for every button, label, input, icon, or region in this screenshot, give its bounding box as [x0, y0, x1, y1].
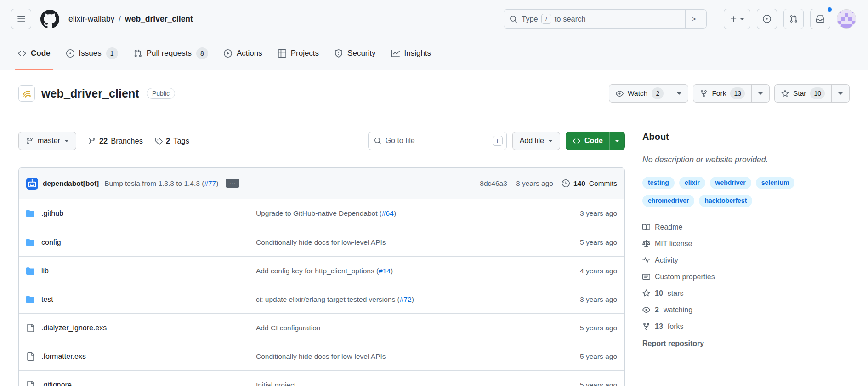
file-table: .githubUpgrade to GitHub-native Dependab…	[19, 199, 624, 386]
topic-chromedriver[interactable]: chromedriver	[642, 195, 694, 207]
commit-pr-link[interactable]: #77	[204, 179, 216, 187]
breadcrumb-repo[interactable]: web_driver_client	[125, 14, 193, 24]
topic-selenium[interactable]: selenium	[756, 177, 795, 189]
commit-message-cell[interactable]: Add CI configuration	[256, 324, 548, 332]
file-name-cell: .formatter.exs	[26, 352, 256, 361]
commit-message-cell[interactable]: Upgrade to GitHub-native Dependabot (#64…	[256, 209, 548, 218]
commit-sha[interactable]: 8dc46a3	[480, 179, 507, 188]
commit-time[interactable]: 3 years ago	[516, 179, 553, 188]
sidebar-item-activity[interactable]: Activity	[642, 252, 850, 269]
file-link[interactable]: .github	[41, 209, 63, 218]
tab-pull-requests[interactable]: Pull requests8	[128, 37, 214, 70]
commit-date-cell: 3 years ago	[548, 209, 617, 218]
notifications-inbox-button[interactable]	[810, 9, 830, 29]
global-search-input[interactable]: Type / to search >_	[504, 9, 707, 29]
add-file-button[interactable]: Add file	[512, 132, 560, 150]
code-label: Code	[584, 137, 603, 145]
pulse-icon	[642, 256, 650, 264]
command-palette-button[interactable]: >_	[685, 10, 706, 28]
hamburger-menu-button[interactable]	[11, 9, 31, 29]
code-dropdown-button[interactable]	[609, 132, 624, 150]
sidebar-item-custom-properties[interactable]: Custom properties	[642, 269, 850, 285]
user-avatar[interactable]	[837, 9, 856, 29]
search-icon	[374, 137, 381, 144]
file-link[interactable]: config	[41, 238, 61, 247]
file-link[interactable]: test	[41, 295, 53, 304]
tags-link[interactable]: 2 Tags	[155, 137, 189, 145]
tab-counter: 1	[106, 47, 118, 59]
file-link[interactable]: .formatter.exs	[41, 352, 86, 361]
sidebar-item-forks[interactable]: 13forks	[642, 318, 850, 335]
pr-link[interactable]: #14	[379, 267, 391, 275]
file-link[interactable]: .gitignore	[41, 381, 72, 386]
commit-message[interactable]: Bump tesla from 1.3.3 to 1.4.3 (#77)	[104, 179, 218, 188]
repo-layout: master 22 Branches 2 Tags	[18, 115, 850, 386]
commit-message-cell[interactable]: Conditionally hide docs for low-level AP…	[256, 352, 548, 361]
commit-message-cell[interactable]: Initial project	[256, 381, 548, 386]
file-link[interactable]: lib	[41, 267, 49, 275]
repo-forked-icon	[700, 90, 708, 98]
watch-dropdown-button[interactable]	[670, 85, 688, 102]
branches-link[interactable]: 22 Branches	[88, 137, 143, 145]
current-branch-label: master	[38, 137, 60, 145]
play-icon	[224, 49, 232, 58]
sidebar-item-mit-license[interactable]: MIT license	[642, 236, 850, 252]
sidebar-item-watching[interactable]: 2watching	[642, 302, 850, 318]
watch-button[interactable]: Watch 2	[609, 85, 670, 102]
commit-description-toggle[interactable]: ...	[226, 179, 239, 188]
topic-hacktoberfest[interactable]: hacktoberfest	[699, 195, 752, 207]
issue-opened-icon	[763, 15, 771, 23]
fork-button[interactable]: Fork 13	[693, 85, 751, 102]
tab-security[interactable]: Security	[329, 37, 381, 70]
chevron-down-icon	[548, 140, 553, 142]
star-icon	[781, 90, 789, 98]
go-to-file-input[interactable]: Go to file t	[368, 132, 507, 150]
tab-actions[interactable]: Actions	[218, 37, 268, 70]
commit-history-link[interactable]: 140 Commits	[562, 179, 617, 188]
tab-label: Projects	[291, 49, 319, 58]
commit-meta: 8dc46a3 · 3 years ago 140 Commits	[480, 179, 617, 188]
git-branch-icon	[26, 137, 34, 145]
sidebar-item-label: watching	[664, 306, 692, 314]
commit-message-cell[interactable]: Conditionally hide docs for low-level AP…	[256, 238, 548, 247]
table-row: libAdd config key for http_client_option…	[19, 256, 624, 285]
table-row: .formatter.exsConditionally hide docs fo…	[19, 342, 624, 370]
report-repository-link[interactable]: Report repository	[642, 340, 704, 348]
book-icon	[642, 223, 650, 231]
tab-issues[interactable]: Issues1	[61, 37, 124, 70]
fork-label: Fork	[712, 89, 726, 98]
topic-webdriver[interactable]: webdriver	[710, 177, 751, 189]
eye-icon	[642, 306, 650, 314]
create-new-button[interactable]	[724, 9, 750, 29]
pr-link[interactable]: #64	[382, 209, 394, 217]
file-link[interactable]: .dialyzer_ignore.exs	[41, 324, 107, 332]
commit-message-cell[interactable]: ci: update elixir/erlang target tested v…	[256, 295, 548, 304]
github-logo[interactable]	[40, 10, 59, 29]
breadcrumb-owner[interactable]: elixir-wallaby	[68, 14, 114, 24]
topic-testing[interactable]: testing	[642, 177, 675, 189]
pull-requests-header-button[interactable]	[783, 9, 804, 29]
about-sidebar: About No description or website provided…	[642, 115, 850, 386]
repo-tab-nav: CodeIssues1Pull requests8ActionsProjects…	[0, 37, 868, 70]
commit-message-cell[interactable]: Add config key for http_client_options (…	[256, 267, 548, 275]
tab-projects[interactable]: Projects	[272, 37, 324, 70]
branch-selector-button[interactable]: master	[18, 132, 76, 150]
chevron-down-icon	[615, 140, 619, 142]
sidebar-item-stars[interactable]: 10stars	[642, 285, 850, 302]
star-button[interactable]: Star 10	[775, 85, 831, 102]
commit-author-avatar[interactable]	[26, 178, 38, 190]
sidebar-item-readme[interactable]: Readme	[642, 219, 850, 236]
page-title: web_driver_client	[41, 87, 139, 100]
star-dropdown-button[interactable]	[831, 85, 849, 102]
sidebar-item-label: stars	[668, 289, 684, 298]
code-button[interactable]: Code	[566, 137, 609, 145]
commit-author-name[interactable]: dependabot[bot]	[43, 179, 99, 188]
issues-header-button[interactable]	[757, 9, 777, 29]
topic-elixir[interactable]: elixir	[679, 177, 705, 189]
fork-dropdown-button[interactable]	[751, 85, 769, 102]
file-name-cell: .gitignore	[26, 381, 256, 386]
tab-code[interactable]: Code	[12, 37, 56, 70]
branches-label: Branches	[111, 137, 143, 145]
tab-insights[interactable]: Insights	[386, 37, 437, 70]
pr-link[interactable]: #72	[400, 295, 412, 303]
